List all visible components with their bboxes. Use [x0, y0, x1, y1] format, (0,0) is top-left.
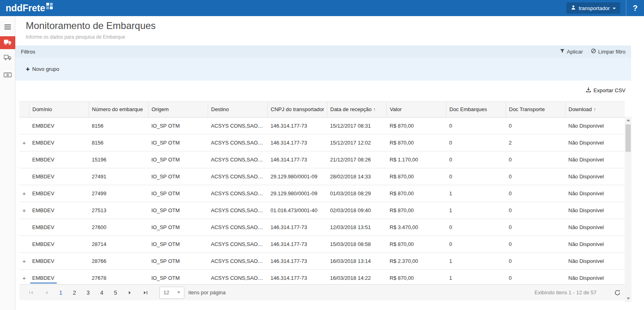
table-cell: EMBDEV	[29, 236, 89, 252]
sort-asc-icon: ↑	[373, 107, 376, 112]
export-csv-button[interactable]: Exportar CSV	[586, 87, 625, 94]
expand-row-button[interactable]: +	[19, 252, 29, 269]
clear-filter-button[interactable]: Limpar filtro	[591, 48, 625, 55]
table-cell: 1	[446, 202, 506, 219]
scroll-up-button[interactable]	[625, 117, 632, 124]
table-cell: 2	[506, 134, 565, 151]
table-row[interactable]: EMBDEV28714IO_SP OTMACSYS CONS,SAO PAUL.…	[19, 236, 625, 252]
table-row[interactable]: +EMBDEV8156IO_SP OTMACSYS CONS,SAO PAUL.…	[19, 134, 625, 151]
sidebar-item-embarques[interactable]	[0, 36, 15, 49]
table-cell: 0	[506, 236, 565, 252]
expand-cell-empty	[19, 168, 29, 185]
table-cell: EMBDEV	[29, 185, 89, 202]
table-row[interactable]: EMBDEV27600IO_SP OTMACSYS CONS,SAO PAUL.…	[19, 219, 625, 236]
vertical-scrollbar[interactable]	[625, 117, 632, 302]
table-cell: IO_SP OTM	[148, 185, 208, 202]
table-cell: ACSYS CONS,SAO PAUL...	[208, 219, 267, 236]
table-cell: IO_SP OTM	[148, 151, 208, 168]
next-page-button[interactable]	[122, 285, 138, 301]
table-row[interactable]: +EMBDEV28766IO_SP OTMACSYS CONS,SAO PAUL…	[19, 252, 625, 269]
table-row[interactable]: EMBDEV8156IO_SP OTMACSYS CONS,SAO PAUL..…	[19, 117, 625, 134]
column-header-label: Data de recepção	[330, 106, 372, 112]
user-menu-button[interactable]: transportador	[566, 2, 620, 14]
table-cell: Não Disponível	[565, 151, 625, 168]
page-button-2[interactable]: 2	[68, 285, 81, 301]
column-header[interactable]: Doc Transporte	[506, 102, 565, 117]
column-header[interactable]: Origem	[148, 102, 208, 117]
table-cell: EMBDEV	[29, 219, 89, 236]
table-row[interactable]: +EMBDEV27678IO_SP OTMACSYS CONS,SAO PAUL…	[19, 269, 625, 284]
table-cell: R$ 870,00	[386, 134, 446, 151]
menu-toggle-button[interactable]	[0, 21, 15, 33]
table-row[interactable]: +EMBDEV27499IO_SP OTMACSYS CONS,SAO PAUL…	[19, 185, 625, 202]
expand-row-button[interactable]: +	[19, 202, 29, 219]
sidebar-item-financeiro[interactable]	[0, 69, 15, 82]
page-button-3[interactable]: 3	[81, 285, 95, 301]
scrollbar-thumb[interactable]	[625, 124, 631, 152]
column-header[interactable]: Destino	[208, 102, 267, 117]
page-size-dropdown[interactable]: 12	[159, 287, 184, 299]
table-cell: 29.129.980/0001-09	[267, 168, 327, 185]
page-button-4[interactable]: 4	[95, 285, 109, 301]
help-button[interactable]: ?	[626, 0, 644, 16]
user-icon	[571, 5, 576, 11]
scroll-down-button[interactable]	[625, 295, 632, 302]
chevron-down-icon	[613, 8, 616, 9]
table-cell: EMBDEV	[29, 151, 89, 168]
table-cell: 146.314.177-73	[267, 219, 327, 236]
expand-row-button[interactable]: +	[19, 134, 29, 151]
table-cell: Não Disponível	[565, 134, 625, 151]
truck-icon	[4, 39, 12, 47]
page-button-1[interactable]: 1	[54, 285, 68, 301]
table-cell: 16/03/2018 13:14	[327, 252, 386, 269]
apply-filter-button[interactable]: Aplicar	[560, 49, 583, 55]
last-page-button[interactable]	[138, 285, 153, 301]
table-row[interactable]: +EMBDEV27513IO_SP OTMACSYS CONS,SAO PAUL…	[19, 202, 625, 219]
table-cell: Não Disponível	[565, 185, 625, 202]
table-row[interactable]: EMBDEV27491IO_SP OTMACSYS CONS,SAO PAUL.…	[19, 168, 625, 185]
filters-title: Filtros	[21, 49, 35, 55]
table-cell: 146.314.177-73	[267, 117, 327, 134]
table-cell: ACSYS CONS,SAO PAUL...	[208, 168, 267, 185]
topbar: nddFrete transportador ?	[0, 0, 644, 16]
table-cell: EMBDEV	[29, 252, 89, 269]
table-row[interactable]: EMBDEV15196IO_SP OTMACSYS CONS,SAO PAUL.…	[19, 151, 625, 168]
export-csv-label: Exportar CSV	[594, 87, 625, 93]
column-header[interactable]: CNPJ do transportador	[267, 102, 327, 117]
column-header[interactable]: Doc Embarques	[446, 102, 506, 117]
column-header[interactable]: Download↑	[565, 102, 625, 117]
first-page-button[interactable]	[23, 285, 39, 301]
table-cell: ACSYS CONS,SAO PAUL...	[208, 134, 267, 151]
hamburger-icon	[4, 25, 11, 29]
table-cell: Não Disponível	[565, 252, 625, 269]
refresh-button[interactable]	[614, 289, 621, 296]
table-cell: Não Disponível	[565, 236, 625, 252]
new-group-button[interactable]: + Novo grupo	[26, 66, 59, 72]
column-header[interactable]: Número do embarque	[89, 102, 148, 117]
table-cell: IO_SP OTM	[148, 134, 208, 151]
table-cell: ACSYS CONS,SAO PAUL...	[208, 117, 267, 134]
table-cell: 0	[506, 269, 565, 284]
circle-slash-icon	[591, 48, 596, 55]
table-cell: 0	[446, 134, 506, 151]
brand-squares-icon	[46, 3, 53, 9]
prev-page-button[interactable]	[39, 285, 54, 301]
table-cell: Não Disponível	[565, 117, 625, 134]
table-cell: 146.314.177-73	[267, 252, 327, 269]
table-cell: R$ 870,00	[386, 236, 446, 252]
table-cell: EMBDEV	[29, 202, 89, 219]
filters-panel-body: + Novo grupo	[15, 58, 631, 81]
column-header[interactable]: Domínio	[29, 102, 89, 117]
table-cell: 27600	[89, 219, 148, 236]
expand-row-button[interactable]: +	[19, 185, 29, 202]
pagination-status: Exibindo itens 1 - 12 de 57	[535, 289, 597, 296]
expand-row-button[interactable]: +	[19, 269, 29, 284]
table-cell: IO_SP OTM	[148, 236, 208, 252]
column-header[interactable]: Data de recepção↑	[327, 102, 386, 117]
triangle-up-icon	[627, 119, 630, 121]
sidebar-item-transportes[interactable]	[0, 52, 15, 64]
table-cell: R$ 870,00	[386, 202, 446, 219]
table-cell: 0	[506, 252, 565, 269]
column-header[interactable]: Valor	[386, 102, 446, 117]
page-button-5[interactable]: 5	[109, 285, 122, 301]
